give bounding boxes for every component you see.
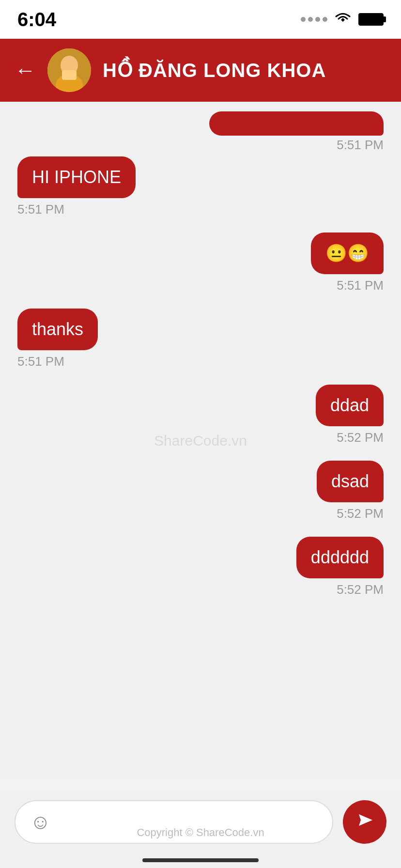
status-bar: 6:04 (0, 0, 401, 39)
message-bubble: 😐😁 (311, 232, 384, 274)
back-button[interactable]: ← (15, 58, 36, 82)
message-row: HI IPHONE 5:51 PM (17, 156, 384, 217)
message-row: 😐😁 5:51 PM (17, 232, 384, 293)
battery-icon (358, 13, 384, 26)
avatar (47, 48, 91, 92)
wifi-icon (334, 11, 352, 29)
partial-bubble (209, 111, 384, 136)
message-timestamp: 5:51 PM (17, 202, 64, 217)
message-row: dddddd 5:52 PM (17, 537, 384, 597)
message-row: dsad 5:52 PM (17, 461, 384, 521)
partial-message-row (17, 111, 384, 136)
message-timestamp: 5:51 PM (337, 278, 384, 293)
send-icon (355, 810, 374, 834)
message-bubble: ddad (316, 385, 384, 426)
message-bubble: dsad (317, 461, 384, 502)
emoji-button[interactable]: ☺ (30, 810, 51, 834)
message-timestamp: 5:52 PM (337, 582, 384, 597)
status-icons (301, 11, 384, 29)
copyright-text: Copyright © ShareCode.vn (137, 826, 264, 839)
status-time: 6:04 (17, 9, 56, 31)
message-row: ddad 5:52 PM (17, 385, 384, 445)
message-bubble: dddddd (296, 537, 384, 578)
message-timestamp: 5:52 PM (337, 430, 384, 445)
message-bubble: thanks (17, 309, 98, 350)
svg-rect-3 (62, 70, 77, 80)
send-button[interactable] (343, 800, 386, 844)
message-bubble: HI IPHONE (17, 156, 136, 198)
chat-area: ShareCode.vn 5:51 PM HI IPHONE 5:51 PM 😐… (0, 102, 401, 780)
signal-dots (301, 17, 327, 22)
first-sent-timestamp: 5:51 PM (17, 138, 384, 153)
home-indicator (142, 858, 259, 862)
message-timestamp: 5:52 PM (337, 506, 384, 521)
message-timestamp: 5:51 PM (17, 354, 64, 369)
contact-name: HỒ ĐĂNG LONG KHOA (103, 59, 326, 81)
svg-marker-4 (359, 814, 372, 826)
chat-header: ← HỒ ĐĂNG LONG KHOA (0, 39, 401, 102)
message-row: thanks 5:51 PM (17, 309, 384, 369)
